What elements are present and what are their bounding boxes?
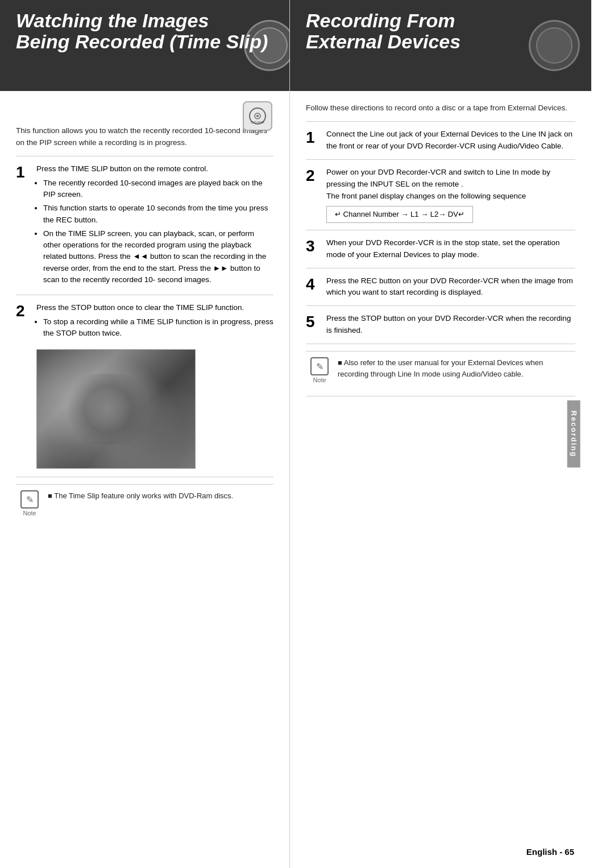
bullet-stop: To stop a recording while a TIME SLIP fu…: [43, 316, 273, 340]
right-step-4: 4 Press the REC button on your DVD Recor…: [306, 275, 575, 299]
right-step-3-content: When your DVD Recorder-VCR is in the sto…: [326, 237, 575, 261]
divider-3: [16, 477, 273, 477]
left-note-text: ■ The Time Slip feature only works with …: [48, 490, 273, 502]
right-note-icon: ✎: [310, 357, 329, 375]
right-step-1-content: Connect the Line out jack of your Extern…: [326, 129, 575, 152]
left-note-label: Note: [23, 510, 36, 516]
right-intro: Follow these directions to record onto a…: [306, 102, 575, 114]
right-divider-1: [306, 159, 575, 160]
left-intro: This function allows you to watch the re…: [16, 125, 273, 149]
right-step-1: 1 Connect the Line out jack of your Exte…: [306, 129, 575, 152]
right-step-2-content: Power on your DVD Recorder-VCR and switc…: [326, 167, 575, 223]
left-step-2: 2 Press the STOP button once to clear th…: [16, 302, 273, 341]
right-divider-6: [306, 396, 575, 396]
left-header: Watching the Images Being Recorded (Time…: [0, 0, 289, 91]
right-step-4-content: Press the REC button on your DVD Recorde…: [326, 275, 575, 299]
right-note-icon-area: ✎ Note: [306, 357, 333, 383]
right-note: ✎ Note ■ Also refer to the user manual f…: [306, 351, 575, 389]
page-container: Watching the Images Being Recorded (Time…: [0, 0, 614, 868]
right-step-5-content: Press the STOP button on your DVD Record…: [326, 313, 575, 337]
page-number: English - 65: [526, 847, 574, 857]
left-step-1: 1 Press the TIME SLIP button on the remo…: [16, 163, 273, 288]
right-content: Follow these directions to record onto a…: [290, 91, 591, 415]
channel-sequence: ↵ Channel Number → L1 → L2→ DV↵: [326, 206, 473, 223]
right-divider-4: [306, 305, 575, 306]
right-note-text: ■ Also refer to the user manual for your…: [338, 357, 575, 379]
dvd-icon-svg: DVD-RAM: [248, 106, 267, 126]
left-step-1-content: Press the TIME SLIP button on the remote…: [36, 163, 273, 288]
left-content: This function allows you to watch the re…: [0, 114, 289, 534]
right-header: Recording From External Devices: [290, 0, 591, 91]
right-step-2: 2 Power on your DVD Recorder-VCR and swi…: [306, 167, 575, 223]
svg-text:DVD-RAM: DVD-RAM: [251, 121, 264, 124]
left-title: Watching the Images Being Recorded (Time…: [16, 10, 273, 53]
svg-point-2: [256, 115, 259, 117]
note-icon: ✎: [20, 490, 39, 509]
divider-2: [16, 295, 273, 295]
right-divider-5: [306, 344, 575, 344]
left-step-2-bullets: To stop a recording while a TIME SLIP fu…: [43, 316, 273, 340]
left-note: ✎ Note ■ The Time Slip feature only work…: [16, 484, 273, 522]
bullet-2: This function starts to operate 10 secon…: [43, 202, 273, 226]
dvd-icon: DVD-RAM: [243, 101, 272, 131]
right-note-label: Note: [313, 377, 326, 383]
bullet-1: The recently recorded 10-second images a…: [43, 177, 273, 201]
left-header-decoration: [244, 20, 295, 71]
left-column: Watching the Images Being Recorded (Time…: [0, 0, 290, 868]
right-step-3: 3 When your DVD Recorder-VCR is in the s…: [306, 237, 575, 261]
right-header-decoration: [529, 20, 580, 71]
right-step-5: 5 Press the STOP button on your DVD Reco…: [306, 313, 575, 337]
right-column: Recording From External Devices Follow t…: [290, 0, 591, 868]
right-divider-0: [306, 121, 575, 122]
channel-seq-text: ↵ Channel Number → L1 → L2→ DV↵: [335, 209, 464, 220]
right-divider-3: [306, 268, 575, 268]
divider-1: [16, 156, 273, 156]
left-step-1-bullets: The recently recorded 10-second images a…: [43, 177, 273, 286]
right-divider-2: [306, 230, 575, 230]
grape-image: [36, 349, 196, 469]
left-note-icon-area: ✎ Note: [16, 490, 43, 516]
side-tab: Recording: [567, 400, 580, 468]
left-step-2-content: Press the STOP button once to clear the …: [36, 302, 273, 341]
bullet-3: On the TIME SLIP screen, you can playbac…: [43, 228, 273, 286]
